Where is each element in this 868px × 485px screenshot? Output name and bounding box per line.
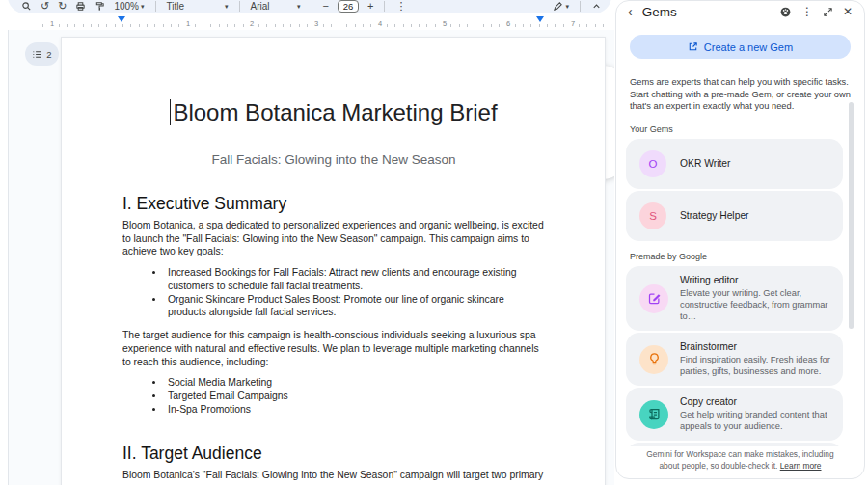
ruler-tick: [243, 24, 244, 27]
ruler-tick: [122, 24, 123, 27]
doc-para: The target audience for this campaign is…: [122, 329, 545, 368]
ruler-tick: [323, 24, 324, 27]
create-new-gem-button[interactable]: Create a new Gem: [630, 35, 851, 59]
ruler-tick: [195, 24, 196, 27]
ruler-tick: [283, 24, 284, 27]
ruler-tick: [98, 24, 99, 27]
more-options-icon[interactable]: ⋮: [395, 0, 406, 13]
premade-gems-list: Writing editor Elevate your writing. Get…: [616, 266, 864, 446]
open-in-new-icon: [688, 41, 698, 52]
ruler-tick: [147, 24, 148, 27]
ruler-number: 1: [186, 19, 190, 28]
more-options-icon[interactable]: ⋮: [801, 6, 813, 17]
ruler-number: 6: [506, 19, 510, 28]
gem-description: Elevate your writing. Get clear, constru…: [680, 287, 833, 322]
gem-description: Find inspiration easily. Fresh ideas for…: [680, 354, 833, 377]
ruler-tick: [595, 24, 596, 27]
panel-scrollbar[interactable]: [849, 102, 854, 329]
ruler-tick: [450, 24, 451, 27]
ruler-tick: [483, 24, 484, 27]
ruler-tick: [539, 24, 540, 27]
ruler-tick: [426, 24, 427, 27]
search-icon[interactable]: [21, 0, 32, 13]
toolbar-divider: [239, 1, 240, 12]
toolbar-divider: [155, 1, 156, 12]
font-select[interactable]: Arial ▾: [251, 0, 301, 13]
doc-heading: II. Target Audience: [122, 444, 545, 464]
doc-subtitle: Fall Facials: Glowing into the New Seaso…: [122, 152, 545, 167]
toolbar-divider: [580, 1, 581, 12]
ruler[interactable]: 11234567: [8, 13, 614, 30]
ruler-tick: [459, 24, 460, 27]
bullet-item: Social Media Marketing: [165, 376, 545, 390]
zoom-value: 100%: [114, 1, 139, 12]
premade-label: Premade by Google: [630, 252, 851, 261]
font-size-input[interactable]: 26: [338, 0, 359, 13]
toolbar-divider: [384, 1, 385, 12]
ruler-tick: [203, 24, 203, 27]
gem-avatar: S: [639, 202, 666, 229]
outline-list-icon: [32, 49, 42, 60]
gem-avatar: [639, 400, 668, 429]
gem-list-item[interactable]: S Strategy Helper: [626, 191, 843, 241]
ruler-tick: [106, 24, 107, 27]
ruler-tick: [130, 24, 131, 27]
gems-panel: ‹ Gems ⋮ ✕ Create a new Gem Gems are exp…: [615, 0, 865, 479]
gemini-disclaimer: Gemini for Workspace can make mistakes, …: [616, 446, 864, 478]
ruler-tick: [290, 24, 291, 27]
ruler-tick: [491, 24, 492, 27]
editing-mode-button[interactable]: ▾: [553, 0, 569, 13]
paragraph-style-select[interactable]: Title ▾: [167, 0, 229, 13]
learn-more-link[interactable]: Learn more: [780, 461, 822, 471]
ruler-tick: [163, 24, 164, 27]
zoom-select[interactable]: 100% ▾: [114, 0, 144, 13]
back-icon[interactable]: ‹: [628, 5, 633, 18]
gem-list-item[interactable]: Copy creator Get help writing branded co…: [626, 388, 843, 441]
ruler-number: 1: [50, 19, 54, 28]
right-indent-marker[interactable]: [536, 16, 544, 22]
bullet-item: Organic Skincare Product Sales Boost: Pr…: [165, 293, 545, 319]
close-icon[interactable]: ✕: [843, 6, 853, 17]
paint-format-icon[interactable]: [95, 0, 105, 13]
ruler-tick: [530, 24, 531, 27]
toolbar-divider: [312, 1, 312, 12]
redo-icon[interactable]: ↻: [58, 0, 67, 13]
left-indent-marker[interactable]: [118, 16, 125, 22]
chevron-down-icon: ▾: [565, 3, 569, 10]
ruler-tick: [74, 24, 75, 27]
ruler-tick: [403, 24, 404, 27]
toolbar-pill: ↺ ↻ 100% ▾ Title ▾ Arial ▾ − 26 + ⋮ ▾: [8, 0, 611, 13]
gem-list-item[interactable]: Brainstormer Find inspiration easily. Fr…: [626, 333, 843, 386]
scroll-icon: [647, 407, 662, 421]
chevron-down-icon: ▾: [225, 3, 229, 10]
doc-heading: I. Executive Summary: [122, 194, 545, 214]
ruler-tick: [115, 24, 116, 27]
undo-icon[interactable]: ↺: [41, 0, 49, 13]
ruler-tick: [139, 24, 140, 27]
increase-font-size-button[interactable]: +: [367, 0, 373, 13]
doc-title-text: Bloom Botanica Marketing Brief: [170, 99, 497, 125]
ruler-tick: [266, 24, 267, 27]
ruler-tick: [59, 24, 60, 27]
ruler-tick: [555, 24, 556, 27]
expand-icon[interactable]: [823, 7, 833, 17]
ruler-tick: [171, 24, 172, 27]
ruler-tick: [219, 24, 220, 27]
print-icon[interactable]: [75, 0, 86, 13]
doc-para: Bloom Botanica's "Fall Facials: Glowing …: [122, 469, 545, 482]
tabs-outline-button[interactable]: 2: [25, 42, 59, 66]
hide-menus-button[interactable]: [591, 0, 602, 13]
gem-list-item[interactable]: Sales pitch ideator: [626, 443, 843, 445]
ruler-tick: [475, 24, 475, 27]
paw-print-icon[interactable]: [779, 6, 792, 18]
chevron-down-icon: ▾: [141, 3, 145, 10]
gem-list-item[interactable]: Writing editor Elevate your writing. Get…: [626, 266, 843, 331]
gems-panel-header: ‹ Gems ⋮ ✕: [616, 1, 864, 20]
decrease-font-size-button[interactable]: −: [323, 0, 329, 13]
ruler-number: 4: [378, 19, 382, 28]
gem-list-item[interactable]: O OKR Writer: [626, 139, 843, 189]
bullet-list: Social Media MarketingTargeted Email Cam…: [122, 376, 545, 416]
document-page[interactable]: Bloom Botanica Marketing BriefFall Facia…: [61, 37, 606, 485]
your-gems-label: Your Gems: [630, 124, 851, 134]
ruler-tick: [363, 24, 364, 27]
